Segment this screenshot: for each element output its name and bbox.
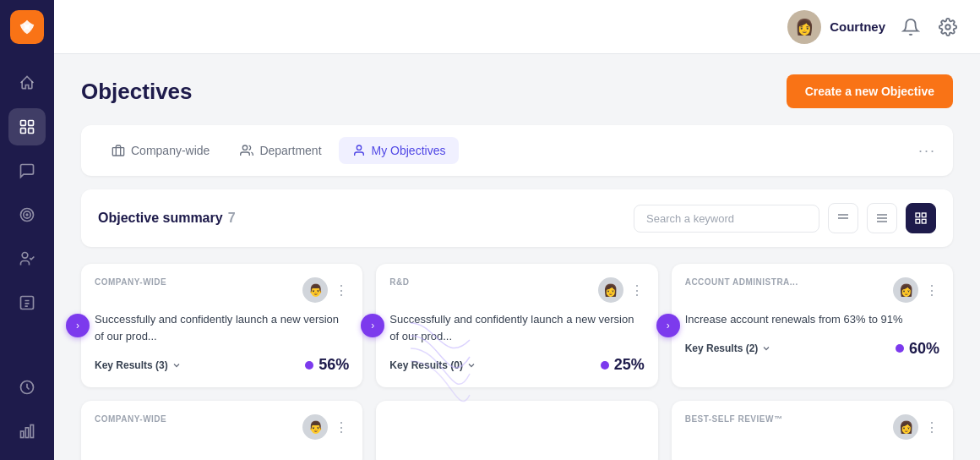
bottom-card-right-0: 👨 ⋮ [302,414,349,440]
sidebar-item-objectives[interactable] [8,108,46,145]
card-tag-0: COMPANY-WIDE [95,277,166,287]
card-avatar-1: 👩 [598,277,623,303]
view-compact-button[interactable] [867,203,897,233]
tab-company-wide-label: Company-wide [131,144,210,157]
card-header-right-0: 👨 ⋮ [302,277,349,303]
bottom-card-header-2: BEST-SELF REVIEW™ 👩 ⋮ [685,414,939,440]
svg-rect-2 [29,121,34,126]
bottom-card-avatar-2: 👩 [893,414,918,440]
tab-company-wide[interactable]: Company-wide [98,137,223,164]
card-menu-2[interactable]: ⋮ [925,282,939,298]
summary-left: Objective summary 7 [98,211,236,226]
svg-point-14 [945,25,950,30]
view-grid-button[interactable] [906,203,936,233]
svg-rect-13 [30,425,33,438]
svg-rect-15 [112,148,123,156]
objective-card-1: R&D 👩 ⋮ Successfully and confidently lau… [376,264,657,387]
create-objective-button[interactable]: Create a new Objective [787,74,953,108]
summary-card: Objective summary 7 [81,189,953,247]
svg-rect-12 [25,428,28,438]
chevron-down-icon [761,343,771,353]
card-header-2: ACCOUNT ADMINISTRA... 👩 ⋮ [685,277,939,303]
bottom-cards-row: COMPANY-WIDE 👨 ⋮ BEST-SELF REVIEW™ 👩 ⋮ [81,401,953,460]
progress-dot-1 [601,361,609,370]
card-menu-0[interactable]: ⋮ [335,282,349,298]
bottom-card-tag-2: BEST-SELF REVIEW™ [685,414,783,424]
sidebar-item-reports[interactable] [8,284,46,321]
department-icon [240,144,253,157]
svg-rect-26 [922,219,926,223]
avatar: 👩 [787,10,821,44]
page-header: Objectives Create a new Objective [81,74,953,108]
tabs-more-button[interactable]: ··· [918,142,936,160]
svg-point-17 [357,145,361,150]
chevron-down-icon [172,360,182,370]
progress-2: 60% [896,340,939,358]
card-avatar-0: 👨 [302,277,328,303]
view-list-button[interactable] [828,203,858,233]
cards-container: COMPANY-WIDE 👨 ⋮ Successfully and confid… [81,264,953,387]
notifications-icon[interactable] [899,15,923,39]
bottom-card-menu-2[interactable]: ⋮ [925,419,939,435]
sidebar-item-time[interactable] [8,369,46,406]
tab-my-objectives-label: My Objectives [372,144,446,157]
search-input[interactable] [634,205,819,233]
bottom-card-menu-0[interactable]: ⋮ [335,419,349,435]
card-arrow-1[interactable]: › [361,314,384,337]
card-header-right-2: 👩 ⋮ [893,277,939,303]
sidebar-item-reviews[interactable] [8,240,46,277]
card-header-0: COMPANY-WIDE 👨 ⋮ [95,277,349,303]
key-results-0[interactable]: Key Results (3) [95,359,182,371]
content-area: Objectives Create a new Objective Compan… [54,54,980,460]
svg-rect-24 [922,213,926,217]
card-avatar-2: 👩 [893,277,918,303]
settings-icon[interactable] [936,15,960,39]
svg-rect-23 [916,213,920,217]
card-footer-0: Key Results (3) 56% [95,356,349,374]
logo[interactable] [10,10,44,44]
svg-point-7 [26,214,28,216]
svg-rect-4 [29,129,34,134]
card-text-1: Successfully and confidently launch a ne… [389,311,644,344]
building-icon [112,144,125,157]
card-arrow-2[interactable]: › [656,314,680,337]
summary-title: Objective summary [98,211,223,226]
progress-1: 25% [601,356,645,374]
sidebar-item-analytics[interactable] [8,413,46,450]
card-text-0: Successfully and confidently launch a ne… [95,311,349,344]
objective-card-0: COMPANY-WIDE 👨 ⋮ Successfully and confid… [81,264,362,387]
tabs-card: Company-wide Department My Objectives ··… [81,125,953,176]
tab-department-label: Department [259,144,321,157]
bottom-card-header-0: COMPANY-WIDE 👨 ⋮ [95,414,349,440]
sidebar-item-home[interactable] [8,64,46,101]
card-footer-2: Key Results (2) 60% [685,340,939,358]
sidebar-item-goals[interactable] [8,196,46,233]
header: 👩 Courtney [54,0,980,54]
card-text-2: Increase account renewals from 63% to 91… [685,311,939,328]
card-header-right-1: 👩 ⋮ [598,277,645,303]
card-tag-1: R&D [389,277,409,287]
sidebar [0,0,54,460]
tab-my-objectives[interactable]: My Objectives [339,137,460,164]
key-results-2[interactable]: Key Results (2) [685,342,772,354]
cards-grid: COMPANY-WIDE 👨 ⋮ Successfully and confid… [81,264,953,387]
main-content: 👩 Courtney Objectives Create a new Objec… [54,0,980,460]
bottom-card-2: BEST-SELF REVIEW™ 👩 ⋮ [672,401,953,460]
key-results-1[interactable]: Key Results (0) [389,359,476,371]
bottom-card-avatar-0: 👨 [302,414,328,440]
progress-0: 56% [305,356,349,374]
progress-dot-2 [896,344,904,353]
sidebar-item-feedback[interactable] [8,152,46,189]
summary-count: 7 [228,211,236,226]
tab-department[interactable]: Department [226,137,335,164]
svg-point-8 [22,253,28,259]
user-profile[interactable]: 👩 Courtney [787,10,885,44]
svg-rect-11 [21,431,24,438]
card-header-1: R&D 👩 ⋮ [389,277,644,303]
progress-dot-0 [305,361,313,370]
card-menu-1[interactable]: ⋮ [630,282,645,298]
svg-rect-25 [916,219,920,223]
bottom-card-1 [376,401,657,460]
page-title: Objectives [81,79,193,105]
card-arrow-0[interactable]: › [66,314,90,337]
